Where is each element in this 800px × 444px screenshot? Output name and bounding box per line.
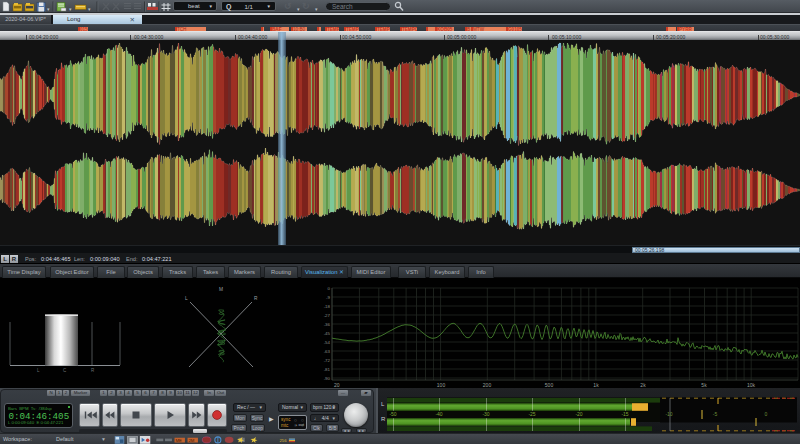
svg-text:-36: -36 xyxy=(324,322,331,327)
svg-text:-5: -5 xyxy=(713,411,718,417)
svg-text:256: 256 xyxy=(279,438,287,443)
svg-text:-25: -25 xyxy=(528,411,535,417)
svg-text:ME: ME xyxy=(175,438,182,443)
svg-text:0: 0 xyxy=(765,411,768,417)
svg-text:0: 0 xyxy=(328,286,331,291)
svg-text:-18: -18 xyxy=(324,304,331,309)
svg-text:L: L xyxy=(37,368,40,373)
svg-text:R: R xyxy=(91,368,95,373)
svg-text:-9: -9 xyxy=(326,295,330,300)
svg-text:L: L xyxy=(185,296,188,301)
svg-text:-45: -45 xyxy=(324,331,331,336)
svg-text:M: M xyxy=(219,287,223,292)
svg-text:-40: -40 xyxy=(435,411,442,417)
svg-text:-54: -54 xyxy=(324,340,331,345)
svg-text:R: R xyxy=(254,296,258,301)
svg-text:-81: -81 xyxy=(324,367,331,372)
svg-text:-50: -50 xyxy=(389,411,396,417)
svg-text:-63: -63 xyxy=(324,349,331,354)
svg-text:-27: -27 xyxy=(324,313,331,318)
svg-text:-30: -30 xyxy=(482,411,489,417)
svg-text:-15: -15 xyxy=(621,411,628,417)
svg-text:C: C xyxy=(63,368,67,373)
svg-text:2M: 2M xyxy=(188,438,194,443)
svg-text:-10: -10 xyxy=(665,411,672,417)
svg-text:-20: -20 xyxy=(575,411,582,417)
svg-text:-72: -72 xyxy=(324,358,331,363)
svg-text:-90: -90 xyxy=(324,376,331,381)
